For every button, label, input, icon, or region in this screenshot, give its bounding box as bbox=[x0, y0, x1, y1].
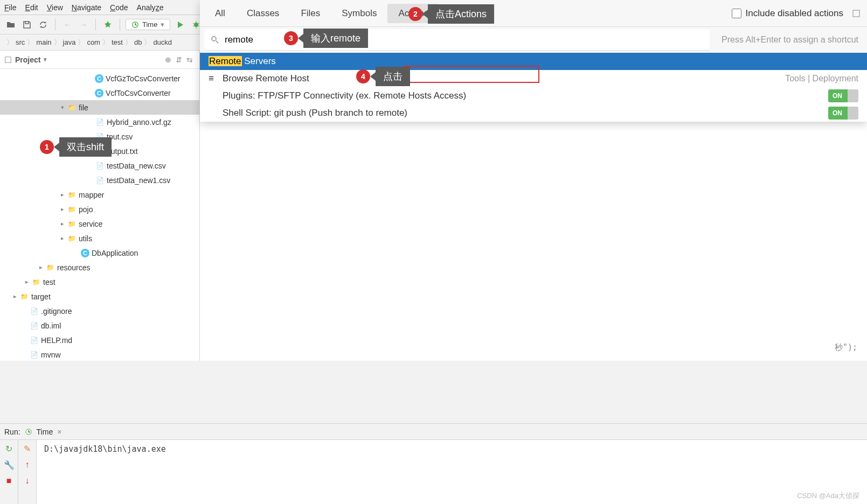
tree-item[interactable]: 📄db.iml bbox=[0, 318, 199, 333]
crumb[interactable]: java bbox=[63, 38, 76, 46]
stop-icon[interactable]: ■ bbox=[4, 475, 15, 486]
close-tab-icon[interactable]: × bbox=[57, 428, 61, 436]
search-input-row bbox=[204, 29, 710, 51]
tab-symbols[interactable]: Symbols bbox=[331, 4, 387, 23]
toggle-switch[interactable] bbox=[828, 107, 858, 120]
tree-item[interactable]: 📄Hybrid_anno.vcf.gz bbox=[0, 115, 199, 129]
tree-item[interactable]: CVcfToCsvConverter bbox=[0, 86, 199, 100]
project-tree[interactable]: CVcfGzToCsvConverterCVcfToCsvConverter▾📁… bbox=[0, 69, 199, 361]
watermark: CSDN @Ada大侦探 bbox=[797, 491, 859, 501]
tree-item[interactable]: ▸📁pojo bbox=[0, 202, 199, 216]
run-gutter2: ✎ ↑ ↓ bbox=[18, 440, 37, 504]
crumb[interactable]: test bbox=[112, 38, 123, 46]
run-config-selector[interactable]: Time ▾ bbox=[126, 19, 170, 30]
run-gutter: ↻ 🔧 ■ bbox=[0, 440, 18, 504]
console-output[interactable]: D:\javajdk18\bin\java.exe bbox=[37, 440, 867, 504]
up-arrow-icon[interactable]: ↑ bbox=[22, 459, 33, 470]
project-sidebar: Project ▾ ⊕ ⇵ ⇆ CVcfGzToCsvConverterCVcf… bbox=[0, 51, 200, 361]
forward-icon[interactable]: → bbox=[77, 18, 90, 31]
menu-view[interactable]: View bbox=[47, 3, 63, 12]
menu-navigate[interactable]: Navigate bbox=[72, 3, 101, 12]
svg-rect-2 bbox=[5, 57, 11, 62]
tab-all[interactable]: All bbox=[204, 4, 236, 23]
svg-point-4 bbox=[212, 37, 216, 41]
annotation: 2点击Actions bbox=[408, 4, 494, 24]
search-result[interactable]: Remote Servers bbox=[200, 53, 867, 70]
annotation: 4点击 bbox=[356, 67, 410, 86]
run-config-name[interactable]: Time bbox=[37, 428, 53, 436]
tree-item[interactable]: CDbApplication bbox=[0, 246, 199, 260]
menu-analyze[interactable]: Analyze bbox=[137, 3, 164, 12]
run-label: Run: bbox=[4, 428, 20, 436]
include-disabled-checkbox[interactable]: Include disabled actions bbox=[732, 8, 843, 19]
tree-item[interactable]: 📄.gitignore bbox=[0, 304, 199, 318]
run-header: Run: Time × bbox=[0, 424, 867, 440]
clock-icon bbox=[25, 428, 32, 436]
crumb[interactable]: db bbox=[134, 38, 142, 46]
project-header: Project ▾ ⊕ ⇵ ⇆ bbox=[0, 51, 199, 69]
crumb[interactable]: main bbox=[36, 38, 51, 46]
svg-rect-3 bbox=[853, 10, 859, 17]
crumb[interactable]: duckd bbox=[153, 38, 172, 46]
build-icon[interactable] bbox=[101, 18, 114, 31]
back-icon[interactable]: ← bbox=[61, 18, 74, 31]
tree-item[interactable]: ▸📁mapper bbox=[0, 187, 199, 202]
wrench-icon[interactable]: 🔧 bbox=[4, 459, 15, 470]
code-fragment: 秒"); bbox=[835, 342, 857, 353]
tree-item[interactable]: ▸📁utils bbox=[0, 231, 199, 246]
tree-item[interactable]: 📄mvnw bbox=[0, 347, 199, 361]
down-arrow-icon[interactable]: ↓ bbox=[22, 475, 33, 486]
expand-icon[interactable]: ⇵ bbox=[174, 54, 184, 65]
save-icon[interactable] bbox=[20, 18, 33, 31]
svg-point-1 bbox=[194, 23, 198, 27]
annotation: 1双击shift bbox=[40, 137, 112, 157]
project-title[interactable]: Project ▾ bbox=[4, 55, 47, 64]
tab-files[interactable]: Files bbox=[290, 4, 331, 23]
target-icon[interactable]: ⊕ bbox=[163, 54, 174, 65]
tree-item[interactable]: ▸📁target bbox=[0, 289, 199, 304]
menu-edit[interactable]: Edit bbox=[25, 3, 38, 12]
tab-classes[interactable]: Classes bbox=[236, 4, 290, 23]
annotation: 3输入remote bbox=[284, 29, 368, 48]
toggle-switch[interactable] bbox=[828, 89, 858, 102]
tree-item[interactable]: 📄testData_new.csv bbox=[0, 158, 199, 173]
checkbox-icon[interactable] bbox=[732, 9, 741, 18]
run-panel: Run: Time × ↻ 🔧 ■ ✎ ↑ ↓ D:\javajdk18\bin… bbox=[0, 423, 867, 504]
run-icon[interactable] bbox=[174, 18, 186, 31]
tree-item[interactable]: ▾📁file bbox=[0, 100, 199, 115]
tree-item[interactable]: 📄HELP.md bbox=[0, 333, 199, 347]
search-results: Remote Servers≡Browse Remote HostTools |… bbox=[200, 53, 867, 122]
menu-code[interactable]: Code bbox=[110, 3, 128, 12]
search-tabs: All Classes Files Symbols Actions Includ… bbox=[200, 0, 867, 27]
open-file-icon[interactable] bbox=[4, 18, 17, 31]
eraser-icon[interactable]: ✎ bbox=[22, 443, 33, 454]
run-config-label: Time bbox=[142, 20, 157, 29]
rerun-icon[interactable]: ↻ bbox=[4, 443, 15, 454]
search-hint: Press Alt+Enter to assign a shortcut bbox=[722, 35, 858, 45]
tree-item[interactable]: 📄testData_new1.csv bbox=[0, 173, 199, 187]
tree-item[interactable]: CVcfGzToCsvConverter bbox=[0, 71, 199, 86]
sync-icon[interactable] bbox=[37, 18, 50, 31]
tree-item[interactable]: ▸📁test bbox=[0, 275, 199, 289]
popup-window-icon[interactable] bbox=[850, 7, 863, 20]
search-icon bbox=[211, 36, 219, 44]
crumb[interactable]: src bbox=[16, 38, 25, 46]
search-result[interactable]: Plugins: FTP/SFTP Connectivity (ex. Remo… bbox=[200, 87, 867, 104]
crumb[interactable]: com bbox=[87, 38, 100, 46]
collapse-icon[interactable]: ⇆ bbox=[184, 54, 195, 65]
search-everywhere-popup: All Classes Files Symbols Actions Includ… bbox=[200, 0, 867, 122]
tree-item[interactable]: ▸📁service bbox=[0, 216, 199, 231]
search-result[interactable]: ≡Browse Remote HostTools | Deployment bbox=[200, 70, 867, 87]
tree-item[interactable]: ▸📁resources bbox=[0, 260, 199, 275]
menu-file[interactable]: File bbox=[4, 3, 17, 12]
search-result[interactable]: Shell Script: git push (Push branch to r… bbox=[200, 104, 867, 122]
